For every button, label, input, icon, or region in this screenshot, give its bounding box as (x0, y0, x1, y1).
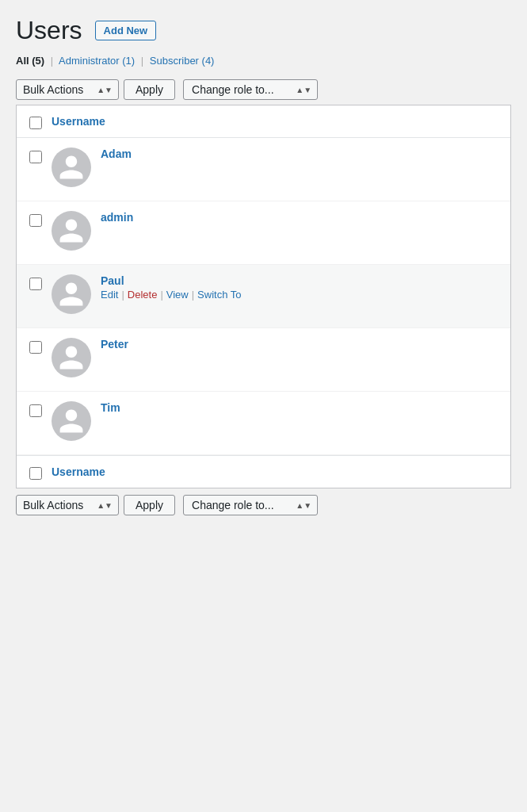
checkbox-tim[interactable] (29, 404, 42, 417)
checkbox-paul[interactable] (29, 278, 42, 290)
bulk-actions-select-top[interactable]: Bulk Actions Delete (16, 79, 119, 100)
filter-administrator[interactable]: Administrator (1) (59, 55, 138, 67)
cb-wrap-paul (29, 274, 42, 290)
checkbox-peter[interactable] (29, 341, 42, 354)
top-toolbar: Bulk Actions Delete ▲▼ Apply Change role… (16, 75, 511, 105)
user-icon-tim (57, 407, 86, 435)
apply-button-bottom[interactable]: Apply (124, 495, 175, 515)
user-icon-peter (57, 343, 86, 372)
avatar-admin (52, 211, 91, 251)
user-icon-admin (57, 216, 86, 245)
sep-1: | (51, 55, 53, 67)
username-column-header[interactable]: Username (52, 115, 105, 128)
username-admin[interactable]: admin (101, 211, 498, 224)
sep-paul-3: | (192, 289, 194, 301)
sep-paul-1: | (121, 289, 124, 301)
users-table: Username Adam admin (16, 105, 511, 488)
user-row-adam: Adam (17, 138, 510, 201)
bottom-toolbar: Bulk Actions Delete ▲▼ Apply Change role… (16, 488, 511, 522)
user-info-tim: Tim (101, 401, 498, 416)
user-row-tim: Tim (17, 392, 510, 455)
view-paul-link[interactable]: View (166, 289, 189, 301)
user-info-paul: Paul Edit | Delete | View | Switch To (101, 274, 498, 301)
select-all-wrap (29, 113, 42, 129)
avatar-tim (52, 401, 91, 441)
checkbox-adam[interactable] (29, 151, 42, 163)
avatar-peter (52, 338, 91, 377)
change-role-select-top[interactable]: Change role to... Administrator Editor A… (183, 79, 318, 100)
cb-wrap-peter (29, 338, 42, 354)
username-paul[interactable]: Paul (101, 274, 498, 287)
change-role-select-bottom[interactable]: Change role to... Administrator Editor A… (183, 495, 318, 515)
select-all-bottom-checkbox[interactable] (29, 467, 42, 480)
change-role-wrap-top: Change role to... Administrator Editor A… (183, 79, 318, 100)
filter-subscriber[interactable]: Subscriber (4) (150, 55, 215, 67)
user-info-adam: Adam (101, 147, 498, 162)
apply-button-top[interactable]: Apply (124, 79, 175, 100)
user-row-paul: Paul Edit | Delete | View | Switch To (17, 265, 510, 328)
avatar-paul (52, 274, 91, 314)
row-actions-paul: Edit | Delete | View | Switch To (101, 289, 498, 301)
page-header: Users Add New (16, 16, 511, 45)
edit-paul-link[interactable]: Edit (101, 289, 118, 301)
username-tim[interactable]: Tim (101, 401, 498, 414)
username-peter[interactable]: Peter (101, 338, 498, 350)
sep-paul-2: | (160, 289, 162, 301)
select-all-checkbox[interactable] (29, 117, 42, 129)
delete-paul-link[interactable]: Delete (128, 289, 158, 301)
select-all-bottom-wrap (29, 464, 42, 480)
cb-wrap-admin (29, 211, 42, 227)
username-column-footer[interactable]: Username (52, 465, 105, 478)
username-adam[interactable]: Adam (101, 147, 498, 160)
user-icon-paul (57, 280, 86, 308)
add-new-button[interactable]: Add New (95, 21, 157, 40)
bulk-actions-wrap-bottom: Bulk Actions Delete ▲▼ (16, 495, 119, 515)
cb-wrap-tim (29, 401, 42, 417)
filter-all[interactable]: All (5) (16, 55, 48, 67)
user-info-admin: admin (101, 211, 498, 225)
filter-links: All (5) | Administrator (1) | Subscriber… (16, 55, 511, 67)
bulk-actions-select-bottom[interactable]: Bulk Actions Delete (16, 495, 119, 515)
sep-2: | (141, 55, 143, 67)
user-row-admin: admin (17, 201, 510, 265)
page-title: Users (16, 16, 82, 45)
bulk-actions-wrap-top: Bulk Actions Delete ▲▼ (16, 79, 119, 100)
user-info-peter: Peter (101, 338, 498, 352)
table-header-row: Username (17, 105, 510, 138)
switch-to-paul-link[interactable]: Switch To (197, 289, 241, 301)
cb-wrap-adam (29, 147, 42, 163)
user-icon-adam (57, 153, 86, 182)
avatar-adam (52, 147, 91, 187)
change-role-wrap-bottom: Change role to... Administrator Editor A… (183, 495, 318, 515)
user-row-peter: Peter (17, 328, 510, 392)
checkbox-admin[interactable] (29, 214, 42, 227)
table-footer-row: Username (17, 455, 510, 488)
